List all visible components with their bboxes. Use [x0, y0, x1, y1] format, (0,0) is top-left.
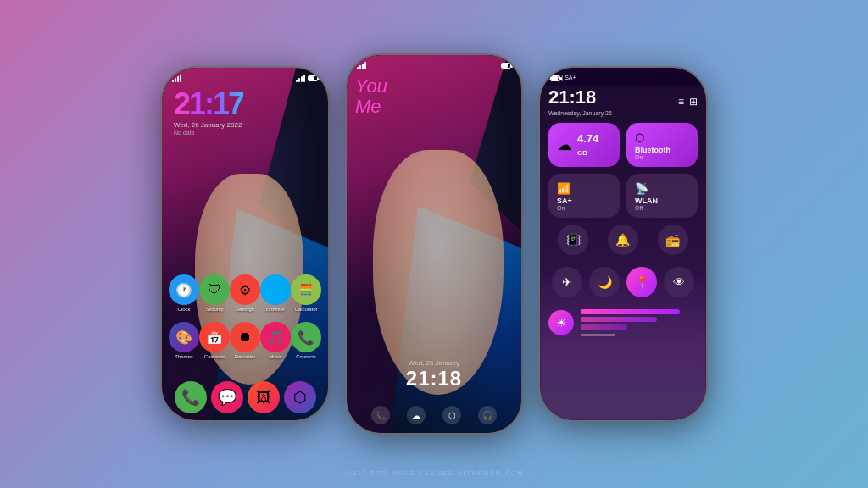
phone-2-nav: 📞 ☁ ⬡ 🎧 — [347, 406, 521, 424]
dock-phone[interactable]: 📞 — [175, 381, 207, 413]
clock-time: 21:17 — [174, 89, 243, 119]
signal-bars-2 — [357, 61, 366, 69]
wlan-icon: 📡 — [635, 182, 689, 195]
phone-2-screen: You Me Wed, 26 January 21:18 📞 ☁ ⬡ 🎧 — [347, 55, 521, 433]
location-toggle[interactable]: 📍 — [626, 267, 657, 297]
nav-phone[interactable]: 📞 — [371, 406, 390, 424]
phone-1-screen: 21:17 Wed, 26 January 2022 No data 🕐 Clo… — [162, 68, 328, 420]
eye-toggle[interactable]: 👁 — [664, 267, 694, 297]
brightness-bar-1 — [581, 309, 680, 314]
sa-label: SA+ — [557, 197, 611, 205]
status-icons — [296, 74, 318, 82]
dock-messages[interactable]: 💬 — [211, 381, 243, 413]
phone-3-status-bar: SA+ | SA+ — [540, 68, 706, 86]
phone-1-clock: 21:17 Wed, 26 January 2022 No data — [174, 89, 243, 136]
brightness-bars — [581, 309, 698, 336]
p3-time: 21:18 — [548, 86, 612, 108]
brightness-icon[interactable]: ☀ — [548, 310, 574, 336]
phone-3-header: 21:18 Wednesday, January 26 ≡ ⊞ — [548, 86, 698, 116]
brightness-row: ☀ — [548, 309, 698, 336]
bell-toggle[interactable]: 🔔 — [608, 225, 638, 255]
action-toggles: ✈ 🌙 📍 👁 — [548, 267, 698, 297]
wlan-tile[interactable]: 📡 WLAN Off — [626, 174, 698, 218]
bluetooth-tile[interactable]: ⬡ Bluetooth On — [626, 123, 698, 167]
nav-apps[interactable]: ⬡ — [442, 406, 461, 424]
app-settings[interactable]: ⚙ Settings — [230, 274, 260, 312]
app-grid: 🕐 Clock 🛡 Security ⚙ Settings 🌐 Browser — [162, 274, 328, 369]
control-row-1: ☁ 4.74 GB ⬡ Bluetooth On — [548, 123, 698, 167]
p3-header-controls: ≡ ⊞ — [678, 96, 698, 108]
phone-3-screen: SA+ | SA+ 21:18 Wednesday, January 26 ≡ … — [540, 68, 706, 420]
dock-gallery[interactable]: 🖼 — [248, 381, 280, 413]
clock-date: Wed, 26 January 2022 — [174, 121, 243, 129]
app-recorder[interactable]: ⏺ Recorder — [230, 322, 260, 359]
grid-icon[interactable]: ⊞ — [689, 96, 698, 108]
phone-2-date: Wed, 26 January — [347, 359, 521, 367]
airplane-toggle[interactable]: ✈ — [552, 267, 582, 297]
phone-1-status-bar — [162, 68, 328, 86]
data-tile[interactable]: ☁ 4.74 GB — [548, 123, 620, 167]
sa-badge: SA+ | SA+ — [548, 75, 576, 80]
moon-toggle[interactable]: 🌙 — [589, 267, 620, 297]
bluetooth-icon: ⬡ — [635, 131, 689, 144]
wlan-label: WLAN — [635, 197, 689, 205]
sa-icon: 📶 — [557, 182, 611, 195]
blurred-apps-bg — [540, 276, 706, 420]
yume-logo: You Me — [355, 76, 387, 117]
brightness-line — [581, 334, 615, 336]
app-clock[interactable]: 🕐 Clock — [169, 274, 199, 312]
app-music[interactable]: 🎵 Music — [260, 322, 291, 359]
app-row-2: 🎨 Themes 📅 Calendar ⏺ Recorder 🎵 Music — [169, 322, 321, 359]
quick-toggles: 📳 🔔 📻 — [548, 225, 698, 255]
nav-headphones[interactable]: 🎧 — [478, 406, 497, 424]
battery-icon-2 — [501, 63, 511, 69]
signal-bars — [172, 74, 181, 82]
no-data: No data — [174, 130, 243, 136]
cast-toggle[interactable]: 📻 — [658, 225, 688, 255]
cloud-icon: ☁ — [557, 136, 572, 154]
data-value: 4.74 GB — [577, 132, 611, 158]
phones-container: 21:17 Wed, 26 January 2022 No data 🕐 Clo… — [0, 0, 868, 488]
nav-cloud[interactable]: ☁ — [407, 406, 426, 424]
status-icons-2 — [501, 63, 511, 69]
dock-apps[interactable]: ⬡ — [284, 381, 316, 413]
vibrate-toggle[interactable]: 📳 — [558, 225, 588, 255]
wlan-sublabel: Off — [635, 205, 689, 211]
app-calendar[interactable]: 📅 Calendar — [199, 322, 230, 359]
bluetooth-sublabel: On — [635, 154, 689, 160]
app-row-1: 🕐 Clock 🛡 Security ⚙ Settings 🌐 Browser — [169, 274, 321, 312]
p3-date: Wednesday, January 26 — [548, 110, 612, 116]
app-themes[interactable]: 🎨 Themes — [169, 322, 199, 359]
list-icon[interactable]: ≡ — [678, 96, 684, 108]
brightness-bar-2 — [581, 317, 657, 322]
phone-1-dock: 📞 💬 🖼 ⬡ — [162, 381, 328, 413]
sa-sublabel: On — [557, 205, 611, 211]
phone-2-time: 21:18 — [347, 367, 521, 391]
control-grid: ☁ 4.74 GB ⬡ Bluetooth On 📶 — [548, 123, 698, 225]
phone-1: 21:17 Wed, 26 January 2022 No data 🕐 Clo… — [160, 66, 330, 422]
phone-2-status-bar — [347, 55, 521, 74]
bluetooth-label: Bluetooth — [635, 146, 689, 154]
battery-icon — [308, 75, 318, 81]
app-security[interactable]: 🛡 Security — [199, 274, 230, 312]
app-browser[interactable]: 🌐 Browser — [260, 274, 291, 312]
sa-tile[interactable]: 📶 SA+ On — [548, 174, 620, 218]
brightness-bar-3 — [581, 324, 627, 330]
app-contacts[interactable]: 📞 Contacts — [291, 322, 321, 359]
phone-3: SA+ | SA+ 21:18 Wednesday, January 26 ≡ … — [538, 66, 708, 422]
phone-2-face — [373, 150, 504, 396]
phone-2: You Me Wed, 26 January 21:18 📞 ☁ ⬡ 🎧 — [345, 53, 523, 435]
control-row-2: 📶 SA+ On 📡 WLAN Off — [548, 174, 698, 218]
app-calculator[interactable]: 🧮 Calculator — [291, 274, 321, 312]
yume-text: You Me — [355, 76, 387, 117]
phone-2-bottom-info: Wed, 26 January 21:18 — [347, 359, 521, 391]
